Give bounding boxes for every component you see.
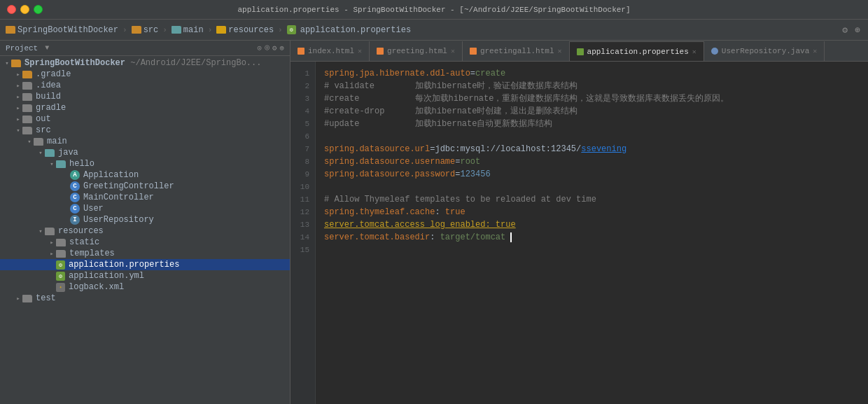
tree-item-build[interactable]: ▸ build bbox=[0, 91, 290, 102]
userrepository-class-icon: I bbox=[70, 215, 80, 225]
static-folder-icon bbox=[56, 239, 66, 246]
line-7: spring.datasource.url=jdbc:mysql://local… bbox=[324, 144, 626, 154]
props-file-icon bbox=[577, 48, 584, 55]
sidebar-dropdown-icon[interactable]: ▼ bbox=[45, 44, 49, 52]
html-file-icon bbox=[377, 48, 384, 55]
close-button[interactable] bbox=[7, 5, 16, 14]
appprops-file-icon: ⚙ bbox=[56, 260, 65, 270]
nav-settings-btn[interactable]: ⚙ bbox=[840, 23, 850, 37]
tree-item-user[interactable]: ▸ C User bbox=[0, 203, 290, 214]
chevron-icon: ▾ bbox=[3, 60, 11, 67]
logback-file-icon: ✦ bbox=[56, 283, 65, 292]
idea-folder-icon bbox=[22, 82, 32, 90]
tree-item-main[interactable]: ▾ main bbox=[0, 136, 290, 147]
line-3: #create 每次加载hibernate，重新创建数据库结构，这就是导致数据库… bbox=[324, 94, 729, 104]
sidebar-ctrl-3[interactable]: ⚙ bbox=[272, 43, 277, 53]
window-controls[interactable] bbox=[7, 5, 43, 14]
line-4: #create-drop 加载hibernate时创建，退出是删除表结构 bbox=[324, 106, 578, 116]
tree-item-appyml[interactable]: ▸ ⚙ application.yml bbox=[0, 270, 290, 281]
tab-close-icon[interactable]: ✕ bbox=[558, 47, 562, 55]
src-folder-icon bbox=[22, 127, 32, 134]
line-1: spring.jpa.hibernate.ddl-auto=create bbox=[324, 69, 505, 78]
chevron-icon: ▾ bbox=[25, 138, 34, 146]
line-9: spring.datasource.password=123456 bbox=[324, 169, 491, 179]
sidebar-ctrl-2[interactable]: ⌾ bbox=[265, 43, 270, 53]
tree-item-maincontroller[interactable]: ▸ C MainController bbox=[0, 192, 290, 203]
sidebar-title: Project bbox=[6, 44, 38, 53]
editor-area: index.html ✕ greeting.html ✕ greetingall… bbox=[290, 41, 868, 404]
nav-item-resources[interactable]: resources bbox=[216, 25, 274, 35]
tree-item-application[interactable]: ▸ A Application bbox=[0, 169, 290, 181]
nav-item-src[interactable]: src bbox=[132, 25, 159, 35]
nav-extra-btn[interactable]: ⊕ bbox=[853, 23, 862, 37]
test-folder-icon bbox=[22, 295, 32, 302]
tab-close-icon[interactable]: ✕ bbox=[813, 47, 817, 55]
tree-item-java[interactable]: ▾ java bbox=[0, 147, 290, 158]
chevron-icon: ▸ bbox=[14, 93, 22, 101]
chevron-icon: ▸ bbox=[14, 295, 22, 302]
tree-item-greetingcontroller[interactable]: ▸ C GreetingController bbox=[0, 181, 290, 192]
appyml-file-icon: ⚙ bbox=[56, 272, 65, 281]
code-editor[interactable]: 1 2 3 4 5 6 7 8 9 10 11 12 13 14 15 spri… bbox=[290, 62, 868, 404]
tab-greetingall-html[interactable]: greetingall.html ✕ bbox=[463, 41, 570, 61]
line-14: server.tomcat.basedir: target/tomcat bbox=[324, 232, 512, 242]
nav-bar: SpringBootWithDocker › src › main › reso… bbox=[0, 20, 868, 41]
tree-item-logback[interactable]: ▸ ✦ logback.xml bbox=[0, 281, 290, 293]
nav-item-main[interactable]: main bbox=[172, 25, 204, 35]
tree-item-idea[interactable]: ▸ .idea bbox=[0, 80, 290, 91]
tree-item-root[interactable]: ▾ SpringBootWithDocker ~/Android/J2EE/Sp… bbox=[0, 57, 290, 69]
tree-item-hello[interactable]: ▾ hello bbox=[0, 158, 290, 169]
tree-item-src[interactable]: ▾ src bbox=[0, 125, 290, 136]
tree-item-gradle[interactable]: ▸ .gradle bbox=[0, 69, 290, 80]
java-file-icon bbox=[711, 48, 718, 55]
maximize-button[interactable] bbox=[34, 5, 43, 14]
tab-close-icon[interactable]: ✕ bbox=[451, 47, 455, 55]
tab-greeting-html[interactable]: greeting.html ✕ bbox=[370, 41, 463, 61]
line-13: server.tomcat.access_log_enabled: true bbox=[324, 220, 516, 230]
project-icon bbox=[6, 26, 15, 34]
main-folder-icon bbox=[34, 138, 43, 146]
tab-close-icon[interactable]: ✕ bbox=[358, 47, 362, 55]
nav-item-appprops[interactable]: ⚙ application.properties bbox=[287, 25, 411, 35]
gradle-folder-icon bbox=[22, 71, 32, 78]
html-file-icon bbox=[470, 48, 477, 55]
tab-userrepository-java[interactable]: UserRepository.java ✕ bbox=[704, 41, 825, 61]
code-content[interactable]: spring.jpa.hibernate.ddl-auto=create # v… bbox=[316, 62, 868, 404]
tree-item-test[interactable]: ▸ test bbox=[0, 293, 290, 304]
title-bar: application.properties - SpringBootWithD… bbox=[0, 0, 868, 20]
tree-item-appprops[interactable]: ▸ ⚙ application.properties bbox=[0, 259, 290, 270]
chevron-icon: ▸ bbox=[14, 71, 22, 78]
nav-right-controls: ⚙ ⊕ bbox=[840, 23, 862, 37]
sidebar-ctrl-4[interactable]: ⊕ bbox=[279, 43, 284, 53]
user-class-icon: C bbox=[70, 204, 80, 214]
line-numbers: 1 2 3 4 5 6 7 8 9 10 11 12 13 14 15 bbox=[290, 62, 316, 404]
tree-item-templates[interactable]: ▸ templates bbox=[0, 248, 290, 259]
tree-item-gradle2[interactable]: ▸ gradle bbox=[0, 102, 290, 113]
html-file-icon bbox=[298, 48, 304, 55]
minimize-button[interactable] bbox=[20, 5, 29, 14]
tree-item-out[interactable]: ▸ out bbox=[0, 113, 290, 125]
tree-item-static[interactable]: ▸ static bbox=[0, 237, 290, 248]
resources-folder-icon bbox=[45, 228, 55, 235]
greetingcontroller-class-icon: C bbox=[70, 181, 80, 191]
templates-folder-icon bbox=[56, 250, 66, 258]
chevron-icon: ▸ bbox=[14, 116, 22, 123]
chevron-icon: ▾ bbox=[48, 160, 56, 168]
src-folder-icon bbox=[132, 26, 141, 34]
tab-index-html[interactable]: index.html ✕ bbox=[290, 41, 370, 61]
nav-item-project[interactable]: SpringBootWithDocker bbox=[6, 25, 118, 35]
sidebar-header: Project ▼ ⊙ ⌾ ⚙ ⊕ bbox=[0, 41, 290, 56]
tree-item-userrepository[interactable]: ▸ I UserRepository bbox=[0, 214, 290, 225]
line-12: spring.thymeleaf.cache: true bbox=[324, 207, 465, 217]
sidebar-ctrl-1[interactable]: ⊙ bbox=[258, 43, 262, 53]
out-folder-icon bbox=[22, 116, 32, 123]
build-folder-icon bbox=[22, 93, 32, 101]
tab-application-properties[interactable]: application.properties ✕ bbox=[570, 41, 704, 61]
hello-folder-icon bbox=[56, 160, 66, 168]
chevron-icon: ▾ bbox=[36, 149, 45, 157]
tree-item-resources[interactable]: ▾ resources bbox=[0, 225, 290, 237]
chevron-icon: ▾ bbox=[36, 228, 45, 235]
sidebar: Project ▼ ⊙ ⌾ ⚙ ⊕ ▾ SpringBootWithDocker… bbox=[0, 41, 290, 404]
tab-close-icon[interactable]: ✕ bbox=[692, 48, 696, 56]
chevron-icon: ▸ bbox=[48, 250, 56, 258]
